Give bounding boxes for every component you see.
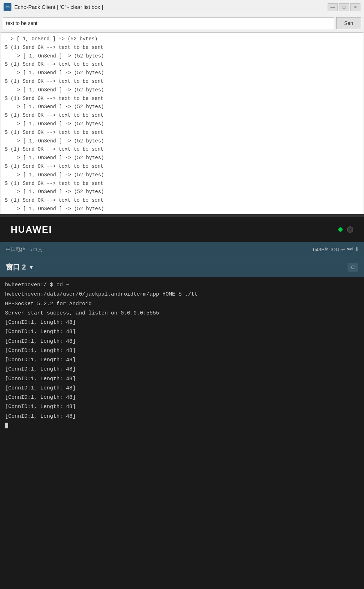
log-line: > [ 1, OnSend ] -> (52 bytes) <box>5 120 359 129</box>
network-speed: 643B/s <box>313 247 329 252</box>
dropdown-arrow-icon: ▼ <box>29 265 34 270</box>
terminal-tab-c[interactable]: C <box>348 263 358 272</box>
log-area[interactable]: > [ 1, OnSend ] -> (52 bytes)$ (1) Send … <box>1 32 363 222</box>
log-line: $ (1) Send OK --> text to be sent <box>5 196 359 205</box>
window-label: 窗口 2 <box>6 262 26 272</box>
terminal-line: [ConnID:1, Length: 48] <box>5 346 359 356</box>
log-line: $ (1) Send OK --> text to be sent <box>5 60 359 69</box>
log-line: $ (1) Send OK --> text to be sent <box>5 95 359 103</box>
log-line: > [ 1, OnSend ] -> (52 bytes) <box>5 154 359 162</box>
log-line: > [ 1, OnSend ] -> (52 bytes) <box>5 103 359 111</box>
log-line: > [ 1, OnSend ] -> (52 bytes) <box>5 86 359 95</box>
terminal-line: [ConnID:1, Length: 48] <box>5 327 359 337</box>
log-line: > [ 1, OnSend ] -> (52 bytes) <box>5 35 359 44</box>
tablet-top-bar: HUAWEI <box>0 217 364 242</box>
title-bar: Im Echo-Pack Client [ 'C' - clear list b… <box>0 0 364 14</box>
app-title: Echo-Pack Client [ 'C' - clear list box … <box>14 4 103 10</box>
terminal-line: [ConnID:1, Length: 48] <box>5 365 359 374</box>
log-line: $ (1) Send OK --> text to be sent <box>5 77 359 86</box>
terminal-line: [ConnID:1, Length: 48] <box>5 337 359 346</box>
terminal-content: hwbeethoven:/ $ cd ~hwbeethoven:/data/us… <box>0 277 364 580</box>
terminal-line: [ConnID:1, Length: 48] <box>5 374 359 384</box>
terminal-line: [ConnID:1, Length: 48] <box>5 402 359 412</box>
maximize-button[interactable]: □ <box>339 3 349 11</box>
terminal-cursor <box>5 423 8 428</box>
minimize-button[interactable]: — <box>328 3 338 11</box>
window-selector[interactable]: 窗口 2 ▼ <box>6 262 34 272</box>
log-line: > [ 1, OnSend ] -> (52 bytes) <box>5 137 359 146</box>
terminal-line: hwbeethoven:/data/user/0/jackpal.android… <box>5 290 359 299</box>
status-left: 中国电信 ○ □ △ <box>6 246 42 253</box>
title-bar-left: Im Echo-Pack Client [ 'C' - clear list b… <box>4 3 103 11</box>
log-line: $ (1) Send OK --> text to be sent <box>5 129 359 137</box>
log-line: $ (1) Send OK --> text to be sent <box>5 180 359 188</box>
camera-lens <box>347 226 353 233</box>
terminal-line: [ConnID:1, Length: 48] <box>5 412 359 421</box>
signal-icons: 3G↑ ⇌ ᵑ⁴⁶ .ll <box>331 247 358 252</box>
laptop-app-window: Im Echo-Pack Client [ 'C' - clear list b… <box>0 0 364 221</box>
terminal-cursor-line <box>5 421 359 431</box>
log-line: > [ 1, OnSend ] -> (52 bytes) <box>5 188 359 196</box>
android-status-bar: 中国电信 ○ □ △ 643B/s 3G↑ ⇌ ᵑ⁴⁶ .ll <box>0 242 364 257</box>
terminal-line: [ConnID:1, Length: 48] <box>5 393 359 402</box>
carrier-label: 中国电信 <box>6 246 26 253</box>
status-icons: ○ □ △ <box>29 247 42 252</box>
log-line: $ (1) Send OK --> text to be sent <box>5 44 359 52</box>
status-right: 643B/s 3G↑ ⇌ ᵑ⁴⁶ .ll <box>313 247 358 252</box>
log-line: > [ 1, OnSend ] -> (52 bytes) <box>5 171 359 180</box>
terminal-line: HP-Socket 5.2.2 for Android <box>5 299 359 309</box>
log-line: > [ 1, OnSend ] -> (52 bytes) <box>5 69 359 77</box>
send-input[interactable] <box>3 17 334 29</box>
camera-area <box>338 226 353 233</box>
terminal-line: [ConnID:1, Length: 48] <box>5 356 359 365</box>
close-button[interactable]: ✕ <box>350 3 360 11</box>
log-line: $ (1) Send OK --> text to be sent <box>5 145 359 154</box>
input-row: Sen <box>0 14 364 32</box>
window-controls: — □ ✕ <box>328 3 360 11</box>
log-line: $ (1) Send OK --> text to be sent <box>5 162 359 171</box>
tablet-device: HUAWEI 中国电信 ○ □ △ 643B/s 3G↑ ⇌ ᵑ⁴⁶ .ll 窗… <box>0 214 364 589</box>
terminal-line: [ConnID:1, Length: 48] <box>5 384 359 393</box>
log-line: > [ 1, OnSend ] -> (52 bytes) <box>5 205 359 213</box>
log-line: $ (1) Send OK --> text to be sent <box>5 111 359 120</box>
terminal-line: [ConnID:1, Length: 48] <box>5 318 359 327</box>
app-icon: Im <box>4 3 11 11</box>
camera-led-green <box>338 227 343 232</box>
send-button[interactable]: Sen <box>336 17 361 29</box>
huawei-logo: HUAWEI <box>11 224 52 235</box>
terminal-line: hwbeethoven:/ $ cd ~ <box>5 281 359 290</box>
terminal-line: Server start success, and listen on 0.0.… <box>5 309 359 318</box>
log-line: > [ 1, OnSend ] -> (52 bytes) <box>5 52 359 61</box>
terminal-header: 窗口 2 ▼ C <box>0 257 364 277</box>
